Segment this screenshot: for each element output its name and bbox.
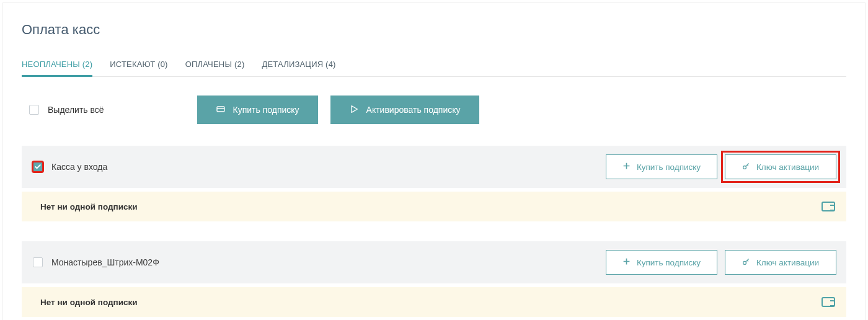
plus-icon [622, 257, 631, 267]
row-buy-button[interactable]: Купить подписку [606, 154, 717, 179]
row-activation-key-button[interactable]: Ключ активации [725, 154, 836, 179]
register-name: Касса у входа [51, 162, 107, 172]
activate-subscription-button[interactable]: Активировать подписку [330, 96, 479, 124]
no-subscription-notice: Нет ни одной подписки [22, 287, 846, 317]
register-checkbox[interactable] [33, 257, 43, 267]
register-checkbox[interactable] [33, 162, 43, 172]
row-activation-key-button[interactable]: Ключ активации [725, 250, 836, 275]
key-icon [742, 257, 750, 267]
row-buy-button[interactable]: Купить подписку [606, 250, 717, 275]
tab-details[interactable]: ДЕТАЛИЗАЦИЯ (4) [262, 53, 335, 76]
wallet-icon [822, 202, 835, 211]
svg-rect-0 [217, 107, 224, 112]
activate-subscription-label: Активировать подписку [366, 105, 461, 115]
notice-text: Нет ни одной подписки [40, 298, 138, 307]
key-icon [742, 162, 750, 172]
tab-expiring[interactable]: ИСТЕКАЮТ (0) [110, 53, 167, 76]
buy-subscription-label: Купить подписку [233, 105, 299, 115]
play-icon [349, 104, 359, 116]
row-buy-label: Купить подписку [637, 162, 701, 172]
page-title: Оплата касс [22, 22, 846, 38]
row-key-label: Ключ активации [756, 162, 819, 172]
tab-paid[interactable]: ОПЛАЧЕНЫ (2) [185, 53, 245, 76]
plus-icon [622, 162, 631, 172]
row-buy-label: Купить подписку [637, 258, 701, 267]
notice-text: Нет ни одной подписки [40, 202, 138, 211]
row-key-label: Ключ активации [756, 258, 819, 267]
select-all[interactable]: Выделить всё [29, 105, 104, 115]
svg-point-1 [743, 166, 746, 169]
tab-unpaid[interactable]: НЕОПЛАЧЕНЫ (2) [22, 53, 92, 77]
toolbar: Выделить всё Купить подписку Активироват… [22, 96, 846, 124]
register-name: Монастырев_Штрих-М02Ф [51, 257, 159, 267]
register-row: Касса у входа Купить подписку Ключ актив… [22, 146, 846, 188]
register-row: Монастырев_Штрих-М02Ф Купить подписку Кл… [22, 241, 846, 283]
wallet-icon [822, 297, 835, 307]
no-subscription-notice: Нет ни одной подписки [22, 192, 846, 221]
select-all-label: Выделить всё [48, 105, 104, 115]
svg-point-2 [743, 262, 746, 265]
tabs-bar: НЕОПЛАЧЕНЫ (2) ИСТЕКАЮТ (0) ОПЛАЧЕНЫ (2)… [22, 53, 846, 77]
buy-subscription-button[interactable]: Купить подписку [197, 96, 318, 124]
cart-icon [216, 104, 226, 116]
select-all-checkbox[interactable] [29, 105, 39, 115]
